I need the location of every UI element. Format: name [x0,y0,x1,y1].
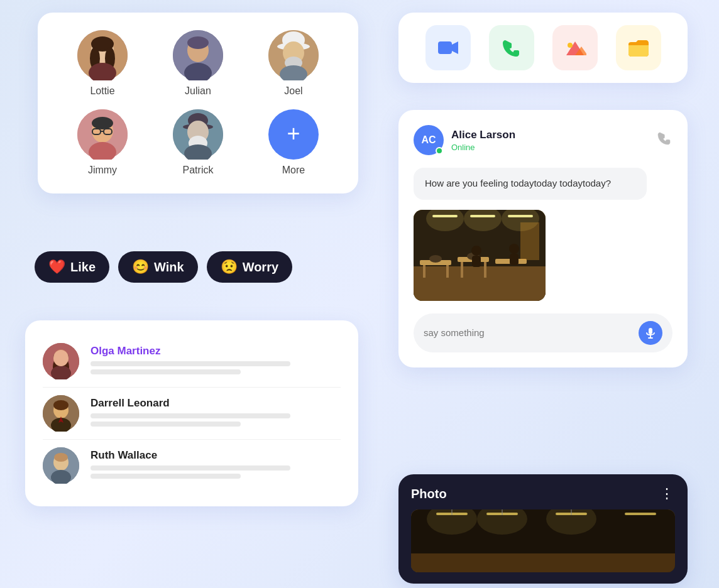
svg-point-38 [53,400,69,410]
chat-status: Online [451,143,515,152]
app-icons-panel [398,13,688,83]
olga-line1 [91,361,290,366]
folder-icon-btn[interactable] [616,25,661,70]
olga-line2 [91,369,241,374]
reaction-wink[interactable]: 😊 Wink [118,251,198,283]
contact-name-more: More [282,165,305,176]
contact-joel[interactable]: Joel [249,30,338,97]
svg-rect-83 [411,553,675,572]
chat-user-details: Alice Larson Online [451,129,515,152]
avatar-olga-list [43,343,79,379]
svg-rect-71 [520,222,539,260]
chat-input[interactable] [424,327,631,338]
list-item-olga[interactable]: Olga Martinez [43,335,341,388]
svg-point-49 [568,43,573,48]
photo-icon-btn[interactable] [552,25,598,70]
darrell-line1 [91,413,290,418]
video-icon-btn[interactable] [425,25,471,70]
chat-user-name: Alice Larson [451,129,515,141]
avatar-joel [268,30,319,80]
svg-point-69 [509,244,519,254]
chat-panel: AC Alice Larson Online How are you feeli… [398,110,688,368]
online-indicator [436,147,443,155]
plus-icon: + [287,122,300,145]
svg-rect-45 [438,41,452,54]
chat-avatar: AC [414,125,444,155]
like-emoji: ❤️ [48,259,65,275]
svg-point-67 [471,246,481,256]
svg-rect-72 [649,328,652,334]
svg-rect-61 [423,265,425,278]
contact-name-jimmy: Jimmy [88,165,117,176]
olga-name: Olga Martinez [91,345,341,357]
svg-rect-51 [414,266,546,301]
svg-point-65 [429,255,442,263]
darrell-line2 [91,422,241,427]
svg-rect-64 [484,262,486,278]
avatar-lottie [77,30,128,80]
avatar-darrell-list [43,395,79,432]
svg-marker-46 [452,41,458,54]
svg-point-43 [54,453,68,462]
darrell-name: Darrell Leonard [91,397,341,410]
contact-name-joel: Joel [284,85,302,97]
chat-image [414,210,546,301]
chat-initials: AC [421,134,436,146]
contact-more[interactable]: + More [249,109,338,176]
contact-name-julian: Julian [185,85,211,97]
ruth-name: Ruth Wallace [91,449,341,462]
chat-input-area [414,313,672,352]
ruth-line2 [91,474,241,479]
photo-panel-image [411,509,675,572]
chat-message: How are you feeling todaytoday todaytoda… [414,168,647,200]
reaction-like[interactable]: ❤️ Like [35,251,109,283]
contact-julian[interactable]: Julian [153,30,243,97]
contacts-grid: Lottie Julian [58,30,338,176]
ruth-line1 [91,466,290,471]
avatar-patrick [173,109,223,160]
svg-rect-63 [461,262,463,278]
contact-lottie[interactable]: Lottie [58,30,147,97]
reaction-bar: ❤️ Like 😊 Wink 😟 Worry [35,251,292,283]
photo-panel-header: Photo ⋮ [411,486,675,502]
like-label: Like [70,260,96,275]
wink-emoji: 😊 [132,259,149,275]
more-options-button[interactable]: ⋮ [660,486,675,502]
list-item-ruth[interactable]: Ruth Wallace [43,440,341,491]
photo-panel-title: Photo [411,487,447,501]
contact-list-panel: Olga Martinez Darrell Leonard [25,320,358,506]
avatar-julian [173,30,223,80]
contact-jimmy[interactable]: Jimmy [58,109,147,176]
svg-rect-62 [446,265,449,278]
chat-user-info: AC Alice Larson Online [414,125,515,155]
mic-button[interactable] [639,321,662,345]
svg-point-8 [187,36,209,49]
contact-name-patrick: Patrick [183,165,214,176]
svg-rect-70 [510,254,519,265]
list-item-darrell[interactable]: Darrell Leonard [43,388,341,440]
photo-panel: Photo ⋮ [398,474,688,584]
avatar-jimmy [77,109,128,160]
olga-info: Olga Martinez [91,345,341,378]
contact-patrick[interactable]: Patrick [153,109,243,176]
reaction-worry[interactable]: 😟 Worry [207,251,292,283]
svg-point-35 [53,350,69,366]
call-icon-btn[interactable] [489,25,534,70]
svg-rect-79 [625,513,656,515]
darrell-info: Darrell Leonard [91,397,341,430]
svg-rect-68 [472,256,481,267]
avatar-ruth-list [43,447,79,484]
ruth-info: Ruth Wallace [91,449,341,482]
chat-header: AC Alice Larson Online [414,125,672,155]
more-button[interactable]: + [268,109,319,160]
worry-label: Worry [243,260,278,275]
contacts-panel: Lottie Julian [38,13,358,193]
wink-label: Wink [154,260,184,275]
svg-point-21 [92,117,113,129]
worry-emoji: 😟 [221,259,238,275]
contact-name-lottie: Lottie [90,85,114,97]
chat-call-button[interactable] [656,130,672,150]
